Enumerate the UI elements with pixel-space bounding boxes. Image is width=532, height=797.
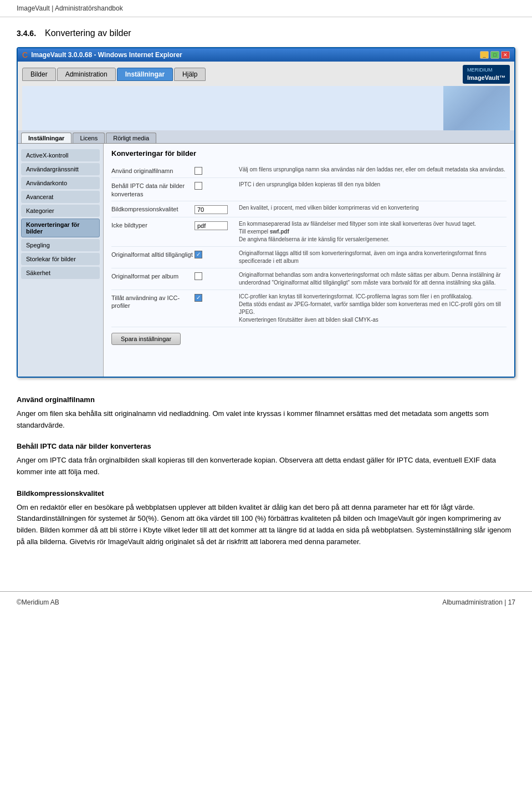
- browser-banner: [22, 86, 510, 130]
- nav-installningar[interactable]: Inställningar: [117, 68, 173, 81]
- body-3: Om en redaktör eller en besökare på webb…: [17, 502, 515, 548]
- text-section-1: Använd orginalfilnamn Anger om filen ska…: [17, 394, 515, 431]
- setting-row-originalfilnamn: Använd originalfilnamn Välj om filens ur…: [111, 163, 507, 178]
- browser-controls[interactable]: _ □ ✕: [480, 51, 510, 59]
- sidebar-kategorier[interactable]: Kategorier: [21, 205, 100, 217]
- nav-hjalp[interactable]: Hjälp: [174, 68, 206, 81]
- logo-box: MERIDIUM ImageVault™: [463, 65, 510, 84]
- browser-titlebar: C ImageVault 3.0.0.68 - Windows Internet…: [18, 48, 514, 62]
- label-originalfilnamn: Använd originalfilnamn: [111, 166, 195, 175]
- nav-bilder[interactable]: Bilder: [22, 68, 56, 81]
- nav-administration[interactable]: Administration: [57, 68, 116, 81]
- logo-line1: MERIDIUM: [467, 67, 505, 74]
- setting-row-bildkompression: Bildkompressionskvalitet Den kvalitet, i…: [111, 201, 507, 217]
- section-number: 3.4.6.: [17, 29, 36, 38]
- tab-installningar[interactable]: Inställningar: [21, 133, 71, 143]
- heading-1: Använd orginalfilnamn: [17, 394, 515, 406]
- setting-row-icke-bildtyper: Icke bildtyper En kommaseparerad lista a…: [111, 217, 507, 247]
- desc-iptc: IPTC i den ursprungliga bilden kopieras …: [239, 181, 507, 189]
- control-originalformat-alltid[interactable]: ✓: [195, 250, 239, 258]
- settings-content: Konverteringar för bilder Använd origina…: [104, 144, 514, 377]
- desc-bildkompression: Den kvalitet, i procent, med vilken bild…: [239, 204, 507, 212]
- settings-grid: Använd originalfilnamn Välj om filens ur…: [111, 163, 507, 327]
- app-nav: Bilder Administration Inställningar Hjäl…: [22, 68, 206, 81]
- browser-title: ImageVault 3.0.0.68 - Windows Internet E…: [31, 51, 182, 59]
- control-iptc[interactable]: [195, 181, 239, 190]
- settings-body: ActiveX-kontroll Användargränssnitt Anvä…: [18, 144, 514, 377]
- label-icc: Tillåt användning av ICC-profiler: [111, 293, 195, 310]
- label-originalformat-alltid: Originalformat alltid tillgängligt: [111, 250, 195, 258]
- label-icke-bildtyper: Icke bildtyper: [111, 220, 195, 229]
- body-1: Anger om filen ska behålla sitt original…: [17, 408, 515, 432]
- setting-row-originalformat-alltid: Originalformat alltid tillgängligt ✓ Ori…: [111, 247, 507, 268]
- heading-2: Behåll IPTC data när bilder konverteras: [17, 441, 515, 453]
- section-title: Konvertering av bilder: [45, 28, 131, 38]
- content-title: Konverteringar för bilder: [111, 149, 507, 158]
- sidebar-sakerhet[interactable]: Säkerhet: [21, 267, 100, 279]
- desc-icke-bildtyper: En kommaseparerad lista av filändelser m…: [239, 220, 507, 243]
- label-originalformat-album: Originalformat per album: [111, 271, 195, 280]
- sidebar-konverteringar[interactable]: Konverteringar för bilder: [21, 219, 100, 237]
- sidebar-anvandarkonto[interactable]: Användarkonto: [21, 177, 100, 189]
- save-btn-area: Spara inställningar: [111, 327, 507, 348]
- header-title: ImageVault | Administratörshandbok: [17, 4, 123, 12]
- body-2: Anger om IPTC data från orginalbilden sk…: [17, 455, 515, 478]
- settings-sidebar: ActiveX-kontroll Användargränssnitt Anvä…: [18, 144, 104, 377]
- checkbox-originalformat-alltid[interactable]: ✓: [195, 251, 202, 258]
- setting-row-iptc: Behåll IPTC data när bilder konverteras …: [111, 178, 507, 201]
- setting-row-originalformat-album: Originalformat per album Originalformat …: [111, 268, 507, 290]
- label-bildkompression: Bildkompressionskvalitet: [111, 204, 195, 213]
- logo-area: MERIDIUM ImageVault™: [463, 65, 510, 84]
- desc-originalformat-alltid: Originalformat läggs alltid till som kon…: [239, 250, 507, 265]
- sidebar-anvandargranssnitt[interactable]: Användargränssnitt: [21, 163, 100, 175]
- checkbox-iptc[interactable]: [195, 182, 202, 190]
- sidebar-activex[interactable]: ActiveX-kontroll: [21, 149, 100, 161]
- control-icke-bildtyper[interactable]: [195, 220, 239, 230]
- control-bildkompression[interactable]: [195, 204, 239, 214]
- close-button[interactable]: ✕: [501, 51, 510, 59]
- input-icke-bildtyper[interactable]: [195, 221, 228, 230]
- checkbox-icc[interactable]: ✓: [195, 294, 202, 302]
- app-header-bar: Bilder Administration Inställningar Hjäl…: [22, 65, 510, 84]
- control-icc[interactable]: ✓: [195, 293, 239, 302]
- page-footer: ©Meridium AB Albumadministration | 17: [0, 591, 532, 613]
- desc-icc: ICC-profiler kan knytas till konverterin…: [239, 293, 507, 324]
- app-chrome: Bilder Administration Inställningar Hjäl…: [18, 62, 514, 130]
- setting-row-icc: Tillåt användning av ICC-profiler ✓ ICC-…: [111, 290, 507, 327]
- input-bildkompression[interactable]: [195, 205, 228, 214]
- tab-rorligtmedia[interactable]: Rörligt media: [106, 133, 156, 143]
- minimize-button[interactable]: _: [480, 51, 489, 59]
- footer-left: ©Meridium AB: [17, 598, 59, 606]
- sidebar-spegling[interactable]: Spegling: [21, 239, 100, 251]
- label-iptc: Behåll IPTC data när bilder konverteras: [111, 181, 195, 198]
- control-originalformat-album[interactable]: [195, 271, 239, 280]
- text-section-3: Bildkompressionskvalitet Om en redaktör …: [17, 488, 515, 548]
- control-originalfilnamn[interactable]: [195, 166, 239, 175]
- tab-licens[interactable]: Licens: [73, 133, 105, 143]
- text-section-2: Behåll IPTC data när bilder konverteras …: [17, 441, 515, 478]
- page-header: ImageVault | Administratörshandbok: [0, 0, 532, 17]
- footer-center: Albumadministration | 17: [442, 598, 515, 606]
- browser-window: C ImageVault 3.0.0.68 - Windows Internet…: [17, 47, 515, 378]
- sidebar-avancerat[interactable]: Avancerat: [21, 191, 100, 203]
- save-button[interactable]: Spara inställningar: [111, 333, 181, 345]
- main-content: 3.4.6. Konvertering av bilder C ImageVau…: [0, 17, 532, 580]
- heading-3: Bildkompressionskvalitet: [17, 488, 515, 500]
- settings-tabs: Inställningar Licens Rörligt media: [18, 130, 514, 144]
- maximize-button[interactable]: □: [490, 51, 499, 59]
- sidebar-storlekar[interactable]: Storlekar för bilder: [21, 253, 100, 265]
- desc-originalfilnamn: Välj om filens ursprungliga namn ska anv…: [239, 166, 507, 174]
- checkbox-originalfilnamn[interactable]: [195, 167, 202, 175]
- checkbox-originalformat-album[interactable]: [195, 272, 202, 280]
- desc-originalformat-album: Originalformat behandlas som andra konve…: [239, 271, 507, 287]
